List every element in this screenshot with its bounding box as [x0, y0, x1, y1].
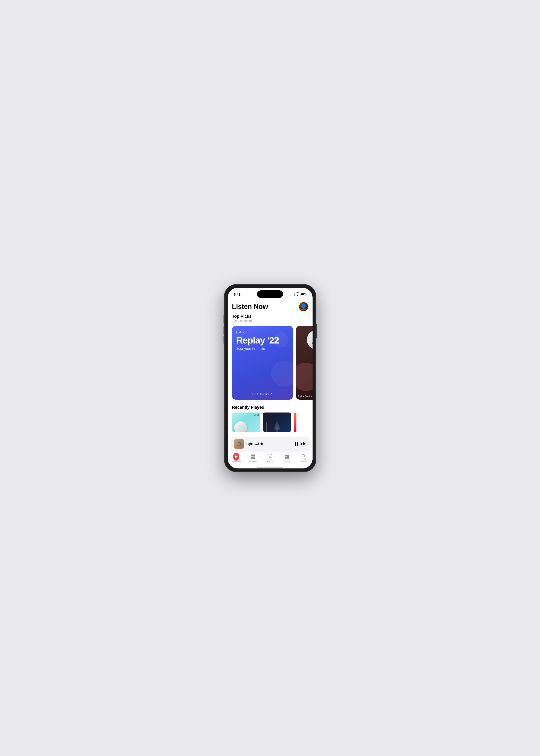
featured-cards-scroll[interactable]:  Music Replay '22 Your year in music Go… — [228, 323, 313, 403]
signal-icon — [291, 294, 295, 296]
tree-svg — [272, 419, 283, 432]
apple-badge-label: Music — [254, 414, 259, 416]
tab-browse[interactable]: Browse — [247, 454, 260, 463]
card-decoration-1 — [271, 360, 293, 387]
forward-button[interactable] — [300, 442, 306, 446]
recently-played-chevron: › — [265, 405, 266, 410]
svg-marker-2 — [273, 422, 281, 430]
light-dot-1 — [267, 415, 268, 415]
listen-now-icon — [233, 454, 239, 460]
light-dot-2 — [269, 415, 269, 415]
replay-card-cta[interactable]: Go to the site ↗ — [236, 393, 289, 396]
spacer — [228, 435, 313, 436]
tab-library-label: Library — [284, 460, 290, 463]
ts-face-art: 🎤 — [307, 330, 313, 350]
now-playing-wrapper: 🎵 Light Switch — [228, 437, 313, 452]
phone-device: 9:41 Li — [224, 285, 316, 472]
apple-music-badge:  Music — [253, 414, 259, 416]
library-icon — [284, 454, 290, 460]
light-dot-3 — [270, 415, 271, 415]
ts-card-title: Taylor Swift a — [298, 395, 313, 398]
phone-screen: 9:41 Li — [228, 288, 313, 468]
home-bar — [257, 467, 283, 468]
tab-bar: Listen Now Browse — [228, 452, 313, 467]
pause-button[interactable] — [295, 442, 298, 446]
svg-rect-6 — [287, 455, 289, 459]
top-picks-section: Top Picks Just Launched — [228, 313, 313, 323]
status-icons — [291, 294, 307, 296]
recently-card-2[interactable] — [263, 413, 291, 432]
status-time: 9:41 — [234, 293, 240, 297]
now-playing-info: Light Switch — [246, 442, 293, 445]
status-bar: 9:41 — [228, 288, 313, 299]
app-header: Listen Now — [228, 299, 313, 313]
grid-cell-2 — [253, 454, 255, 456]
card-decoration-2 — [273, 332, 289, 347]
album-thumbnail-inner — [238, 426, 243, 430]
apple-music-label: Music — [238, 331, 246, 334]
search-circle — [302, 454, 305, 457]
grid-cell-4 — [253, 457, 255, 459]
street-lights — [266, 420, 268, 432]
svg-rect-5 — [285, 457, 287, 459]
tab-listen-now-label: Listen Now — [231, 460, 241, 463]
recently-played-scroll[interactable]:  Music — [228, 411, 313, 435]
search-icon-svg — [302, 454, 307, 459]
apple-badge-icon:  — [253, 414, 253, 416]
tab-library[interactable]: Library — [281, 454, 294, 463]
radio-icon — [267, 454, 273, 460]
recently-played-header[interactable]: Recently Played › — [228, 403, 313, 411]
taylor-swift-card[interactable]: 🎤 Taylor Swift a — [296, 326, 313, 400]
library-icon-svg — [285, 454, 290, 459]
album-thumbnail-1 — [234, 421, 247, 432]
top-picks-subtitle: Just Launched — [232, 319, 308, 322]
user-avatar[interactable] — [299, 302, 308, 311]
radio-waves-icon — [268, 454, 273, 460]
grid-cell-3 — [251, 457, 253, 459]
tab-radio[interactable]: Radio — [264, 454, 277, 463]
recently-played-title: Recently Played — [232, 405, 264, 410]
forward-icon-svg — [300, 442, 306, 446]
search-icon — [301, 454, 307, 460]
tab-listen-now[interactable]: Listen Now — [230, 454, 243, 463]
listen-now-icon-bg — [233, 453, 239, 460]
grid-cell-1 — [251, 454, 253, 456]
now-playing-thumbnail: 🎵 — [234, 439, 244, 448]
ts-artist-photo: 🎤 — [307, 330, 313, 350]
browse-grid-icon — [251, 454, 255, 459]
svg-rect-4 — [285, 455, 287, 456]
dynamic-island — [257, 290, 283, 298]
svg-rect-3 — [306, 442, 306, 445]
tab-search[interactable]: Search — [298, 454, 311, 463]
tab-browse-label: Browse — [249, 460, 257, 463]
avatar-face — [299, 302, 308, 311]
screen-content[interactable]: Listen Now Top Picks Just Launched — [228, 299, 313, 437]
battery-icon — [301, 294, 307, 296]
page-title: Listen Now — [232, 303, 268, 311]
night-lights — [267, 415, 271, 415]
recently-card-1[interactable]:  Music — [232, 413, 260, 432]
recently-card-3[interactable] — [294, 413, 297, 432]
play-triangle-icon — [235, 455, 238, 458]
ts-card-image: 🎤 — [296, 326, 313, 400]
now-playing-controls — [295, 442, 306, 446]
pause-bar-left — [295, 442, 296, 446]
top-picks-title: Top Picks — [232, 314, 308, 319]
pause-bar-right — [297, 442, 298, 446]
now-playing-bar[interactable]: 🎵 Light Switch — [231, 437, 309, 451]
now-playing-album-art: 🎵 — [234, 439, 244, 448]
wifi-icon — [296, 294, 299, 296]
replay-card[interactable]:  Music Replay '22 Your year in music Go… — [232, 326, 293, 400]
tab-search-label: Search — [301, 460, 308, 463]
search-handle — [305, 458, 306, 459]
tab-radio-label: Radio — [267, 460, 273, 463]
radio-dot — [270, 459, 271, 460]
browse-icon — [250, 454, 256, 460]
ts-card-bottom: Taylor Swift a — [296, 393, 313, 400]
home-indicator — [228, 467, 313, 468]
apple-icon:  — [236, 330, 237, 334]
now-playing-title: Light Switch — [246, 442, 293, 445]
